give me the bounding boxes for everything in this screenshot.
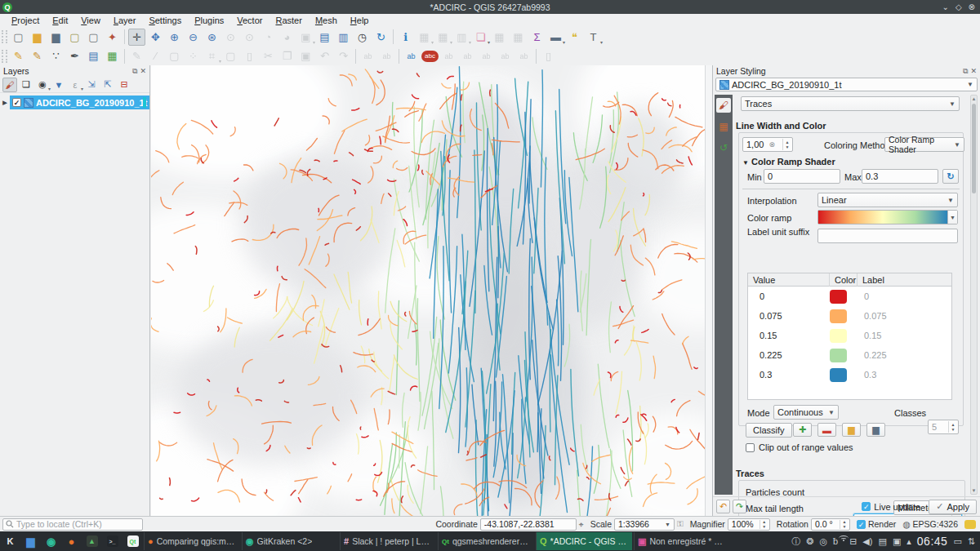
scroll-down-icon[interactable]: ▼ xyxy=(971,488,977,493)
notifications-icon[interactable]: ⓘ xyxy=(791,535,800,548)
locator-input[interactable]: Type to locate (Ctrl+K) xyxy=(2,518,143,531)
current-edits-icon[interactable]: ✎ xyxy=(10,47,27,64)
messages-icon[interactable] xyxy=(964,520,976,529)
float-panel-icon[interactable]: ⧉ xyxy=(963,67,968,76)
zoom-full-icon[interactable]: ⊛ xyxy=(203,29,220,46)
color-swatch[interactable] xyxy=(830,309,847,323)
bluetooth-icon[interactable]: ƀ xyxy=(833,536,838,546)
rotation-spinbox[interactable]: 0.0 °▲▼ xyxy=(811,518,850,531)
ramp-shader-section[interactable]: ▼ Color Ramp Shader xyxy=(742,157,835,167)
reload-minmax-button[interactable]: ↻ xyxy=(942,169,959,184)
task-qgis[interactable]: Q*ADCIRC - QGIS 26427... xyxy=(536,532,632,550)
remove-value-icon[interactable]: ▬ xyxy=(817,423,836,437)
color-swatch[interactable] xyxy=(830,368,847,382)
history-tab-icon[interactable]: ↺ xyxy=(716,140,731,155)
interpolation-combo[interactable]: Linear▼ xyxy=(817,193,958,207)
zoom-out-icon[interactable]: ⊖ xyxy=(185,29,202,46)
live-update-checkbox[interactable]: ✓ xyxy=(862,502,871,511)
scroll-up-icon[interactable]: ▲ xyxy=(971,96,977,101)
zoom-in-icon[interactable]: ⊕ xyxy=(166,29,183,46)
coloring-method-combo[interactable]: Color Ramp Shader▼ xyxy=(884,137,964,152)
save-as-icon[interactable]: ▢ xyxy=(66,29,83,46)
crs-value[interactable]: EPSG:4326 xyxy=(913,519,958,529)
menu-layer[interactable]: Layer xyxy=(107,14,143,27)
location-icon[interactable]: ◎ xyxy=(819,536,827,547)
add-group-icon[interactable]: ❏ xyxy=(19,78,33,92)
editing-folder-icon[interactable]: ✎ xyxy=(29,47,46,64)
render-checkbox[interactable]: ✓ xyxy=(857,520,866,529)
styling-scrollbar[interactable]: ▲ ▼ xyxy=(970,95,978,495)
remove-layer-icon[interactable]: ⊟ xyxy=(117,78,131,92)
close-panel-icon[interactable]: ✕ xyxy=(970,67,977,76)
map-tips-icon[interactable]: ❝ xyxy=(566,29,583,46)
layer-checkbox[interactable]: ✓ xyxy=(12,98,21,107)
menu-view[interactable]: View xyxy=(74,14,107,27)
close-panel-icon[interactable]: ✕ xyxy=(140,67,146,76)
project-properties-icon[interactable]: ▢ xyxy=(85,29,102,46)
menu-vector[interactable]: Vector xyxy=(230,14,269,27)
manage-themes-icon[interactable]: ◉▾ xyxy=(35,78,50,92)
close-icon[interactable]: ⊗ xyxy=(969,2,975,11)
color-swatch[interactable] xyxy=(830,349,847,362)
color-ramp-table[interactable]: Value Color Label 000.0750.0750.150.150.… xyxy=(747,273,952,400)
save-ramp-icon[interactable]: ▆ xyxy=(866,423,885,437)
menu-settings[interactable]: Settings xyxy=(142,14,188,27)
reorder-icon[interactable]: ⇅ xyxy=(968,536,975,547)
maximize-icon[interactable]: ◇ xyxy=(956,2,962,11)
digitize-points-icon[interactable]: ∵ xyxy=(47,47,65,64)
mesh-digitizing-icon[interactable]: ▦ xyxy=(104,47,121,64)
task-firefox[interactable]: ●Comparing qgis:mast... xyxy=(144,532,240,550)
apply-button[interactable]: ✓ Apply xyxy=(929,500,977,514)
add-value-icon[interactable]: ✚ xyxy=(793,423,812,437)
redo-style-button[interactable]: ↷ xyxy=(733,500,746,513)
system-monitor-icon[interactable]: ▲ xyxy=(82,531,102,551)
virtual-desktop-icon[interactable]: ▭ xyxy=(953,536,961,547)
bookmark-icon[interactable]: ▤ xyxy=(316,29,333,46)
filter-legend-icon[interactable]: ▼ xyxy=(51,78,66,92)
magnifier-spinbox[interactable]: 100%▲▼ xyxy=(728,518,770,531)
task-screenrecorder[interactable]: ▣Non enregistré * — Sp... xyxy=(634,532,730,550)
select-by-value-icon[interactable]: ❏▾ xyxy=(472,29,489,46)
open-project-icon[interactable]: ▆ xyxy=(29,29,46,46)
label-unit-suffix-input[interactable] xyxy=(817,229,958,243)
max-input[interactable]: 0.3 xyxy=(862,169,938,184)
undo-style-button[interactable]: ↶ xyxy=(716,500,730,513)
task-qt-creator[interactable]: Qtqgsmeshrenderersetti... xyxy=(438,532,534,550)
expand-all-icon[interactable]: ⇲ xyxy=(84,78,99,92)
display-icon[interactable]: ⊟ xyxy=(849,536,857,547)
layer-item-adcirc[interactable]: ▶ ✓ ADCIRC_BG_20190910_1t xyxy=(0,96,149,109)
scale-combo[interactable]: 1:33966▼ xyxy=(614,518,675,531)
layer-labeling-icon[interactable]: ab xyxy=(403,47,420,64)
clip-checkbox-row[interactable]: Clip out of range values xyxy=(746,442,853,452)
file-manager-icon[interactable]: ▆ xyxy=(20,531,41,551)
terminal-icon[interactable]: >_ xyxy=(102,531,122,551)
menu-help[interactable]: Help xyxy=(344,14,376,27)
menu-project[interactable]: Project xyxy=(5,14,46,27)
ramp-row-2[interactable]: 0.150.15 xyxy=(748,326,951,345)
menu-edit[interactable]: Edit xyxy=(46,14,74,27)
task-slack[interactable]: #Slack | ! peterp | Lutr... xyxy=(340,532,436,550)
identify-features-icon[interactable]: ℹ xyxy=(397,29,414,46)
expand-tray-icon[interactable]: ▴ xyxy=(906,536,911,547)
map-canvas[interactable] xyxy=(151,65,705,516)
new-project-icon[interactable]: ▢ xyxy=(10,29,27,46)
scroll-handle[interactable] xyxy=(972,104,976,193)
layer-diagram-icon[interactable]: abc xyxy=(421,51,439,62)
clip-checkbox[interactable] xyxy=(746,443,755,452)
float-panel-icon[interactable]: ⧉ xyxy=(132,67,137,76)
collapse-all-icon[interactable]: ⇱ xyxy=(100,78,115,92)
mode-combo[interactable]: Continuous▼ xyxy=(773,405,839,420)
qt-creator-icon[interactable]: Qt xyxy=(122,531,143,551)
feather-icon[interactable]: ✒ xyxy=(66,47,83,64)
coordinate-input[interactable]: -43.1087,-22.8381 xyxy=(480,518,577,531)
measure-icon[interactable]: ▬▾ xyxy=(547,29,564,46)
clear-icon[interactable]: ⊗ xyxy=(768,140,775,149)
media-icon[interactable]: ▣ xyxy=(893,536,901,547)
ramp-row-4[interactable]: 0.30.3 xyxy=(748,365,951,384)
refresh-icon[interactable]: ↻ xyxy=(372,29,390,46)
task-gitkraken[interactable]: ◉GitKraken <2> xyxy=(242,532,338,550)
min-input[interactable]: 0 xyxy=(764,169,840,184)
mouse-position-icon[interactable]: ⌖ xyxy=(579,519,584,530)
ramp-row-3[interactable]: 0.2250.225 xyxy=(748,345,951,365)
pan-to-selection-icon[interactable]: ✥ xyxy=(147,29,164,46)
